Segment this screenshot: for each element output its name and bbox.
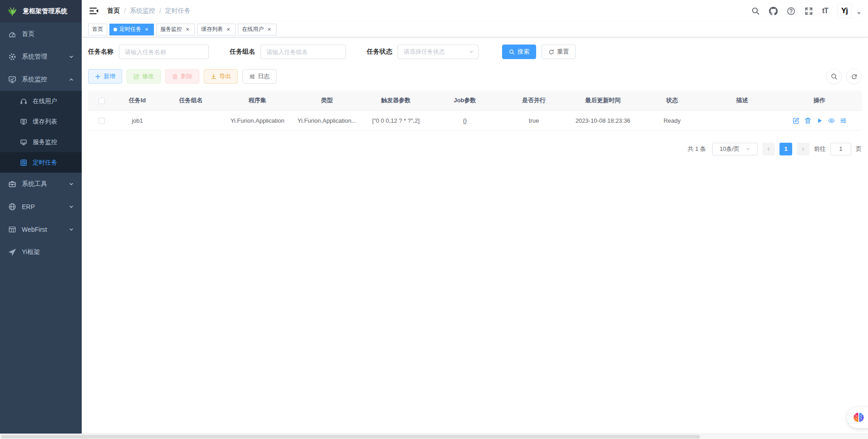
page-size-select[interactable]: 10条/页: [712, 143, 758, 155]
sidebar-item-online-users[interactable]: 在线用户: [0, 91, 82, 111]
page-number-1[interactable]: 1: [779, 143, 792, 155]
prev-page-button[interactable]: [762, 143, 775, 155]
task-group-input[interactable]: [261, 45, 346, 59]
cell-type: Yi.Furion.Application...: [292, 110, 361, 130]
run-icon[interactable]: [816, 117, 823, 124]
row-actions: [779, 117, 860, 124]
close-icon[interactable]: ×: [184, 26, 191, 33]
sidebar-item-label: 定时任务: [33, 159, 74, 167]
sidebar-item-service-monitor[interactable]: 服务监控: [0, 132, 82, 152]
avatar-dropdown-caret-icon[interactable]: [857, 12, 861, 15]
help-icon[interactable]: [787, 7, 795, 15]
toolbox-icon: [8, 180, 16, 188]
sidebar-item-yi-framework[interactable]: Yi框架: [0, 241, 82, 264]
delete-icon[interactable]: [804, 117, 811, 124]
server-icon: [20, 139, 27, 146]
sidebar-item-scheduled-tasks[interactable]: 定时任务: [0, 152, 82, 173]
system-monitor-submenu: 在线用户 缓存列表 服务监控: [0, 91, 82, 173]
add-button[interactable]: 新增: [88, 69, 122, 84]
breadcrumb-separator: /: [124, 7, 126, 15]
breadcrumb-system-monitor[interactable]: 系统监控: [130, 7, 155, 15]
main-area: 首页 / 系统监控 / 定时任务 tT Yj: [82, 0, 868, 434]
ai-assistant-fab[interactable]: [847, 407, 868, 428]
top-navbar: 首页 / 系统监控 / 定时任务 tT Yj: [82, 0, 868, 22]
modify-button[interactable]: 修改: [127, 69, 161, 84]
font-size-icon[interactable]: tT: [822, 7, 828, 15]
refresh-table-button[interactable]: [846, 69, 862, 84]
filter-form: 任务名称 任务组名 任务状态 请选择任务状态 搜索 重置: [88, 45, 862, 59]
sidebar-item-cache-list[interactable]: 缓存列表: [0, 111, 82, 132]
export-button[interactable]: 导出: [204, 69, 238, 84]
tasks-table: 任务Id 任务组名 程序集 类型 触发器参数 Job参数 是否并行 最后更新时间…: [88, 90, 862, 131]
col-status: 状态: [637, 90, 707, 110]
sidebar-item-webfirst[interactable]: WebFirst: [0, 218, 82, 241]
task-status-label: 任务状态: [367, 48, 392, 56]
download-icon: [211, 74, 217, 80]
search-icon: [831, 73, 838, 80]
goto-page-input[interactable]: [830, 143, 851, 155]
pagination: 共 1 条 10条/页 1 前往 页: [88, 143, 862, 155]
delete-button[interactable]: 删除: [165, 69, 199, 84]
chevron-down-icon: [69, 205, 74, 209]
col-last-updated: 最后更新时间: [568, 90, 637, 110]
close-icon[interactable]: ×: [266, 26, 272, 33]
sidebar-item-system-monitor[interactable]: 系统监控: [0, 68, 82, 91]
app-title: 意框架管理系统: [23, 7, 67, 15]
breadcrumb-separator: /: [159, 7, 161, 15]
task-name-input[interactable]: [119, 45, 209, 59]
breadcrumb-current: 定时任务: [165, 7, 191, 15]
avatar[interactable]: Yj: [837, 4, 852, 18]
cell-job-args: {}: [430, 110, 499, 130]
headset-icon: [20, 98, 27, 105]
fullscreen-icon[interactable]: [804, 7, 813, 15]
tab-home[interactable]: 首页: [88, 24, 107, 35]
logo-plant-icon: [6, 5, 18, 17]
monitor-icon: [8, 75, 16, 84]
show-search-button[interactable]: [826, 69, 842, 84]
sidebar-item-label: ERP: [22, 203, 69, 210]
select-all-checkbox[interactable]: [99, 98, 105, 104]
plus-icon: [95, 74, 101, 80]
grid-icon: [8, 225, 16, 234]
view-icon[interactable]: [828, 117, 835, 124]
app-logo[interactable]: 意框架管理系统: [0, 0, 82, 23]
col-task-id: 任务Id: [115, 90, 159, 110]
sidebar-item-system-tools[interactable]: 系统工具: [0, 173, 82, 195]
refresh-icon: [548, 49, 554, 55]
close-icon[interactable]: ×: [143, 26, 150, 33]
tab-service-monitor[interactable]: 服务监控 ×: [156, 24, 195, 35]
breadcrumb-home[interactable]: 首页: [107, 7, 120, 15]
hamburger-icon[interactable]: [89, 6, 99, 16]
chevron-down-icon: [746, 147, 750, 151]
sidebar-menu: 首页 系统管理 系统监控: [0, 23, 82, 264]
github-icon[interactable]: [769, 7, 778, 15]
scrollbar-thumb[interactable]: [1, 435, 700, 439]
tab-cache-list[interactable]: 缓存列表 ×: [197, 24, 236, 35]
search-button[interactable]: 搜索: [502, 45, 536, 59]
tab-online-users[interactable]: 在线用户 ×: [238, 24, 276, 35]
search-icon: [509, 49, 515, 55]
col-job-args: Job参数: [430, 90, 499, 110]
edit-icon[interactable]: [793, 117, 799, 124]
log-detail-icon[interactable]: [840, 117, 847, 124]
task-status-select[interactable]: 请选择任务状态: [398, 45, 478, 59]
gear-icon: [8, 53, 16, 61]
page-content: 任务名称 任务组名 任务状态 请选择任务状态 搜索 重置: [82, 37, 868, 434]
search-icon[interactable]: [751, 7, 760, 15]
log-button[interactable]: 日志: [242, 69, 276, 84]
sidebar-item-erp[interactable]: ERP: [0, 195, 82, 218]
sidebar-item-system-admin[interactable]: 系统管理: [0, 45, 82, 68]
col-type: 类型: [292, 90, 361, 110]
close-icon[interactable]: ×: [225, 26, 232, 33]
sidebar-item-home[interactable]: 首页: [0, 23, 82, 45]
sidebar-item-label: Yi框架: [22, 248, 74, 256]
reset-button[interactable]: 重置: [542, 45, 576, 59]
sidebar: 意框架管理系统 首页 系统管理 系统监控: [0, 0, 82, 434]
next-page-button[interactable]: [797, 143, 809, 155]
tab-scheduled-tasks[interactable]: 定时任务 ×: [109, 24, 154, 35]
cell-parallel: true: [499, 110, 568, 130]
timer-icon: [20, 159, 27, 166]
sidebar-item-label: 首页: [22, 30, 74, 38]
row-checkbox[interactable]: [99, 118, 105, 124]
col-parallel: 是否并行: [499, 90, 568, 110]
